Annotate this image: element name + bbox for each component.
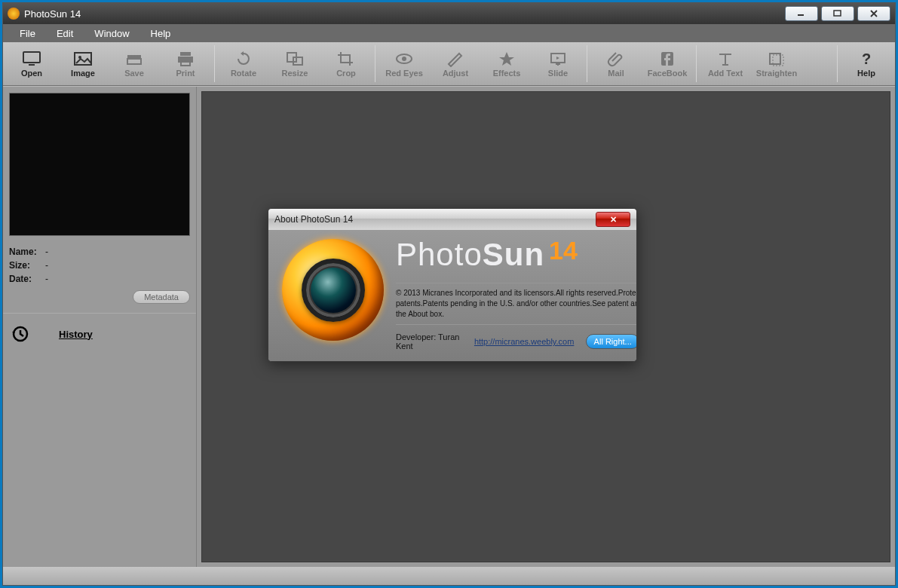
toolbar: Open Image Save Print Rotate Resize Crop… — [3, 42, 895, 86]
svg-rect-6 — [127, 55, 141, 58]
svg-point-14 — [402, 57, 406, 61]
redeyes-button[interactable]: Red Eyes — [379, 42, 430, 85]
monitor-icon — [21, 51, 42, 67]
svg-rect-10 — [181, 61, 190, 66]
svg-rect-0 — [798, 14, 804, 16]
brand-number: 14 — [549, 237, 578, 263]
eye-icon — [394, 51, 415, 67]
print-button[interactable]: Print — [160, 42, 211, 85]
minimize-button[interactable] — [785, 6, 818, 21]
svg-rect-17 — [770, 54, 780, 64]
developer-label: Developer: Turan Kent — [396, 332, 462, 351]
dialog-title: About PhotoSun 14 — [274, 214, 353, 225]
adjust-button[interactable]: Adjust — [430, 42, 481, 85]
slide-button[interactable]: Slide — [532, 42, 584, 85]
name-value: - — [45, 247, 48, 257]
titlebar[interactable]: PhotoSun 14 — [3, 3, 895, 24]
preview-thumbnail — [9, 93, 190, 236]
image-button[interactable]: Image — [57, 42, 109, 85]
rotate-button[interactable]: Rotate — [218, 42, 269, 85]
pencil-icon — [445, 51, 466, 67]
all-right-button[interactable]: All Right... — [586, 334, 637, 349]
menu-window[interactable]: Window — [84, 24, 139, 42]
svg-rect-1 — [834, 11, 841, 16]
lens-icon — [302, 259, 365, 322]
divider — [396, 324, 637, 325]
divider — [396, 283, 637, 283]
facebook-icon — [657, 51, 678, 67]
paperclip-icon — [605, 51, 627, 67]
svg-rect-2 — [23, 52, 40, 63]
rotate-icon — [233, 51, 254, 67]
divider — [3, 313, 196, 314]
separator — [214, 45, 215, 82]
facebook-button[interactable]: FaceBook — [642, 42, 693, 85]
metadata-button[interactable]: Metadata — [133, 290, 190, 304]
effects-button[interactable]: Effects — [481, 42, 532, 85]
separator — [375, 45, 375, 82]
menu-edit[interactable]: Edit — [46, 24, 84, 42]
app-logo — [282, 239, 384, 341]
status-bar — [3, 567, 895, 585]
sidebar: Name:- Size:- Date:- Metadata History — [3, 87, 197, 567]
website-link[interactable]: http://micranes.weebly.com — [474, 337, 574, 346]
about-dialog: About PhotoSun 14 ✕ PhotoSun 14 v.2.0.0.… — [268, 208, 637, 362]
menu-file[interactable]: File — [9, 24, 46, 42]
history-link[interactable]: History — [59, 329, 93, 340]
date-label: Date: — [9, 274, 45, 284]
print-icon — [175, 51, 196, 67]
size-value: - — [45, 260, 48, 271]
svg-rect-8 — [180, 52, 191, 56]
name-label: Name: — [9, 247, 45, 257]
straighten-button[interactable]: Straighten — [751, 42, 802, 85]
svg-rect-3 — [29, 64, 35, 66]
image-icon — [72, 51, 93, 67]
save-icon — [124, 51, 145, 67]
close-button[interactable] — [857, 6, 890, 21]
svg-rect-7 — [127, 59, 141, 64]
window-title: PhotoSun 14 — [24, 8, 81, 20]
dialog-close-button[interactable]: ✕ — [596, 212, 630, 227]
history-section: History — [9, 323, 190, 345]
history-icon — [12, 326, 29, 342]
star-icon — [496, 51, 517, 67]
date-value: - — [45, 274, 48, 284]
help-button[interactable]: ?Help — [841, 42, 892, 85]
crop-button[interactable]: Crop — [320, 42, 372, 85]
text-icon — [715, 51, 736, 67]
addtext-button[interactable]: Add Text — [700, 42, 751, 85]
straighten-icon — [766, 51, 787, 67]
save-button[interactable]: Save — [109, 42, 160, 85]
mail-button[interactable]: Mail — [590, 42, 642, 85]
separator — [837, 45, 838, 82]
brand: PhotoSun 14 — [396, 239, 637, 271]
dialog-titlebar[interactable]: About PhotoSun 14 ✕ — [268, 209, 636, 230]
resize-button[interactable]: Resize — [269, 42, 320, 85]
metadata-panel: Name:- Size:- Date:- Metadata — [9, 243, 190, 304]
separator — [696, 45, 697, 82]
separator — [587, 45, 587, 82]
crop-icon — [336, 51, 357, 67]
legal-text: © 2013 Micranes Incorporated and its lic… — [396, 288, 637, 320]
maximize-button[interactable] — [821, 6, 854, 21]
menubar: File Edit Window Help — [3, 24, 895, 42]
app-icon — [8, 8, 20, 20]
open-button[interactable]: Open — [6, 42, 57, 85]
size-label: Size: — [9, 260, 45, 271]
svg-text:?: ? — [862, 51, 871, 67]
question-icon: ? — [856, 51, 877, 67]
resize-icon — [284, 51, 305, 67]
slide-icon — [547, 51, 569, 67]
menu-help[interactable]: Help — [140, 24, 182, 42]
